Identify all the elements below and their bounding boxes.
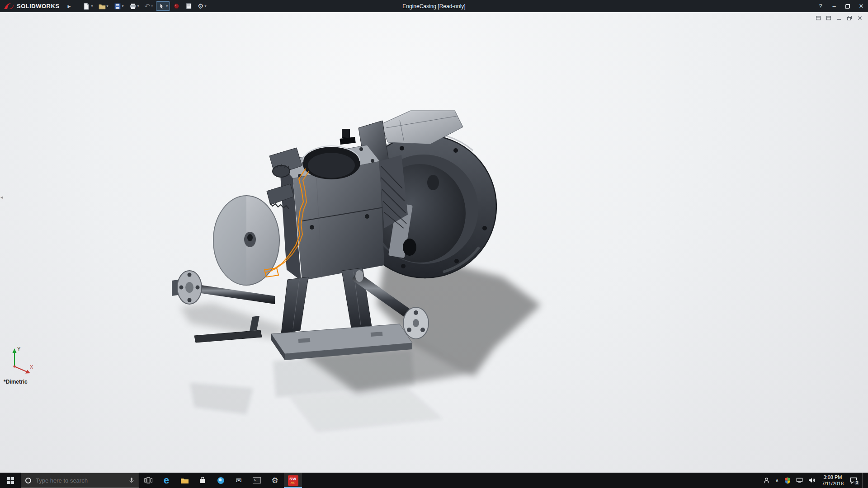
solidworks-taskbar-button[interactable]: SW 2017 (284, 473, 302, 488)
mail-icon: ✉ (236, 476, 242, 484)
engine-casing-model[interactable] (0, 12, 868, 473)
undo-icon: ↶ (145, 3, 151, 9)
command-prompt-button[interactable]: >_ (248, 473, 266, 488)
solidworks-logo-mark (4, 2, 14, 10)
dropdown-arrow-icon[interactable]: ▾ (205, 5, 207, 8)
solidworks-logo: SOLIDWORKS (0, 2, 64, 10)
select-cursor-icon (158, 3, 165, 9)
store-bag-icon (199, 477, 206, 484)
panel-arrow-icon: ◂ (0, 194, 3, 200)
windows-logo-icon (7, 477, 14, 484)
dropdown-arrow-icon[interactable]: ▾ (122, 5, 124, 8)
browser-icon (217, 477, 225, 484)
microphone-icon (128, 477, 135, 484)
clock-time: 3:08 PM (822, 474, 844, 480)
document-restore-button[interactable] (846, 14, 853, 21)
new-document-icon (83, 3, 90, 10)
network-button[interactable] (796, 477, 803, 483)
security-shield-icon (784, 477, 791, 484)
security-shield-button[interactable] (784, 477, 791, 484)
dropdown-arrow-icon[interactable]: ▾ (166, 5, 168, 8)
triad-z-axis[interactable] (14, 366, 16, 368)
document-close-button[interactable] (856, 14, 863, 21)
store-button[interactable] (193, 473, 212, 488)
document-close-icon (857, 15, 863, 21)
appearance-sphere-icon (173, 3, 180, 9)
view-orientation-label: *Dimetric (4, 379, 28, 385)
print-button[interactable]: ▾ (127, 1, 142, 11)
save-floppy-icon (114, 3, 121, 10)
minimize-icon: – (832, 3, 835, 9)
restore-icon (845, 4, 850, 9)
people-button[interactable] (763, 477, 770, 484)
orientation-triad[interactable]: Y X (6, 345, 35, 376)
close-button[interactable]: ✕ (854, 0, 868, 12)
new-document-button[interactable]: ▾ (80, 1, 95, 11)
toolbar-flyout-button[interactable]: ▶ (64, 0, 75, 12)
volume-icon (808, 477, 816, 483)
network-icon (796, 477, 803, 483)
document-window-icon (826, 15, 831, 21)
dropdown-arrow-icon[interactable]: ▾ (151, 5, 153, 8)
document-window-controls (815, 14, 863, 21)
system-tray: ∧ 3:0 (760, 473, 862, 488)
document-minimize-icon (836, 15, 842, 21)
settings-button[interactable]: ⚙ (266, 473, 284, 488)
taskbar: e ✉ >_ ⚙ SW 2017 (0, 473, 868, 488)
restore-button[interactable] (841, 0, 854, 12)
dropdown-arrow-icon[interactable]: ▾ (91, 5, 93, 8)
select-tool-button[interactable]: ▾ (156, 1, 170, 11)
edge-icon: e (164, 475, 169, 485)
graphics-area[interactable]: Y X *Dimetric ◂ (0, 12, 868, 473)
file-explorer-button[interactable] (175, 473, 193, 488)
triad-y-label: Y (17, 346, 21, 352)
panel-collapse-arrow[interactable]: ◂ (0, 195, 4, 200)
people-icon (763, 477, 770, 484)
clock[interactable]: 3:08 PM 7/11/2018 (821, 474, 845, 487)
titlebar: SOLIDWORKS ▶ ▾ ▾ ▾ (0, 0, 868, 12)
triad-y-arrow[interactable] (13, 348, 17, 353)
open-folder-icon (99, 3, 106, 10)
document-window-icon (816, 15, 821, 21)
undo-button[interactable]: ↶ ▾ (142, 1, 156, 11)
dropdown-arrow-icon[interactable]: ▾ (137, 5, 139, 8)
save-button[interactable]: ▾ (112, 1, 126, 11)
quick-access-toolbar: ▾ ▾ ▾ ▾ ↶ ▾ (74, 1, 208, 11)
notification-badge: 3 (854, 480, 860, 486)
browser-button[interactable] (212, 473, 230, 488)
search-input[interactable] (35, 477, 125, 484)
triad-x-label: X (30, 364, 33, 370)
solidworks-app-icon: SW 2017 (288, 475, 298, 486)
cortana-icon (25, 478, 31, 483)
command-prompt-icon: >_ (253, 477, 261, 483)
open-document-button[interactable]: ▾ (96, 1, 111, 11)
options-button[interactable]: ⚙ ▾ (195, 1, 208, 11)
minimize-button[interactable]: – (827, 0, 841, 12)
close-icon: ✕ (859, 3, 864, 9)
microphone-button[interactable] (128, 477, 135, 484)
start-button[interactable] (0, 473, 21, 488)
file-explorer-icon (180, 477, 189, 484)
task-view-icon (144, 477, 152, 484)
document-minimize-button[interactable] (835, 14, 843, 21)
appearance-button[interactable] (171, 1, 182, 11)
document-window-button[interactable] (825, 14, 832, 21)
document-restore-icon (847, 15, 852, 21)
settings-gear-icon: ⚙ (271, 477, 278, 484)
taskbar-search[interactable] (21, 473, 139, 488)
help-button[interactable]: ? (814, 0, 827, 12)
action-center-button[interactable]: 3 (849, 477, 858, 484)
options-gear-icon: ⚙ (198, 3, 203, 9)
edge-button[interactable]: e (157, 473, 175, 488)
document-properties-button[interactable] (183, 1, 194, 11)
task-view-button[interactable] (139, 473, 157, 488)
volume-button[interactable] (808, 477, 816, 483)
print-icon (129, 3, 137, 10)
dropdown-arrow-icon[interactable]: ▾ (107, 5, 108, 8)
mail-button[interactable]: ✉ (230, 473, 248, 488)
clock-date: 7/11/2018 (822, 480, 844, 487)
tray-overflow-button[interactable]: ∧ (775, 478, 779, 483)
properties-sheet-icon (185, 3, 192, 9)
show-desktop-button[interactable] (862, 473, 868, 488)
document-window-button[interactable] (815, 14, 822, 21)
